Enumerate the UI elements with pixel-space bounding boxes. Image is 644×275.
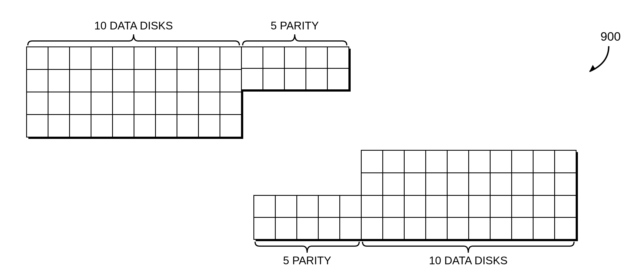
figure-ref-arrow	[0, 0, 644, 275]
